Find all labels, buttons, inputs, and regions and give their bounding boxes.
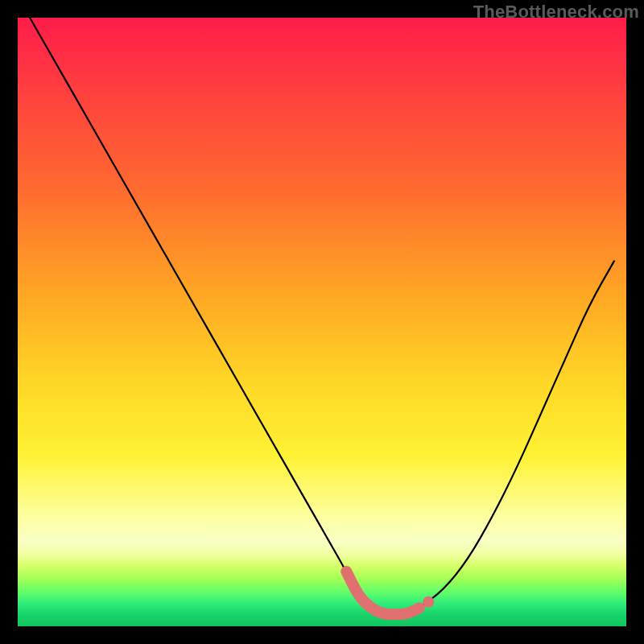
valley-floor-marker [346, 572, 419, 614]
chart-svg [18, 18, 626, 626]
chart-frame: TheBottleneck.com [0, 0, 644, 644]
right-dot-marker [423, 597, 434, 608]
bottleneck-curve [30, 18, 614, 614]
